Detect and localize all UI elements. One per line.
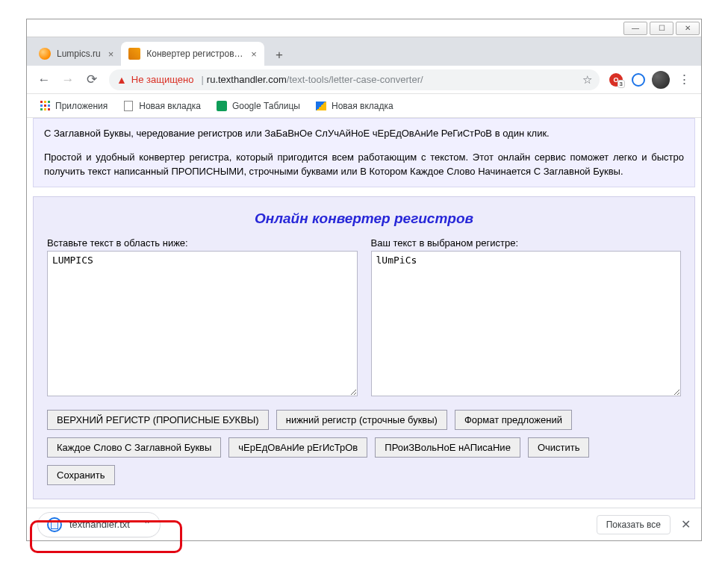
bookmark-apps[interactable]: Приложения: [33, 97, 113, 115]
bookmark-label: Google Таблицы: [232, 101, 300, 111]
file-icon: [122, 100, 134, 112]
download-filename: texthandler.txt: [69, 519, 130, 530]
url-host: ru.texthandler.com: [207, 74, 287, 85]
url-path: /text-tools/letter-case-converter/: [287, 74, 423, 85]
title-case-button[interactable]: Каждое Слово С Заглавной Буквы: [47, 437, 221, 458]
bookmark-star-icon[interactable]: ☆: [582, 73, 592, 87]
apps-icon: [39, 100, 51, 112]
chevron-up-icon[interactable]: ⌃: [143, 519, 151, 530]
bookmark-newtab-1[interactable]: Новая вкладка: [116, 97, 207, 115]
converter-title: Онлайн конвертер регистров: [47, 210, 681, 227]
favicon-lumpics: [39, 48, 51, 60]
window-minimize-button[interactable]: —: [623, 22, 647, 35]
sheets-icon: [216, 100, 228, 112]
not-secure-label: Не защищено: [131, 74, 194, 85]
show-all-downloads-button[interactable]: Показать все: [597, 515, 671, 534]
input-label: Вставьте текст в область ниже:: [47, 237, 358, 249]
close-icon[interactable]: ×: [108, 49, 114, 60]
window-close-button[interactable]: ✕: [676, 22, 700, 35]
tab-lumpics[interactable]: Lumpics.ru ×: [31, 42, 121, 66]
browser-window: — ☐ ✕ Lumpics.ru × Конвертер регистров -…: [26, 19, 702, 541]
new-tab-button[interactable]: +: [269, 45, 290, 66]
lowercase-button[interactable]: нижний регистр (строчные буквы): [276, 410, 447, 430]
bookmarks-bar: Приложения Новая вкладка Google Таблицы …: [27, 94, 701, 118]
tab-title: Lumpics.ru: [57, 49, 101, 59]
separator: |: [201, 74, 203, 85]
not-secure-icon: ▲: [116, 74, 127, 86]
address-bar: ← → ⟳ ▲ Не защищено | ru.texthandler.com…: [27, 66, 701, 94]
extension-badge: 3: [617, 80, 625, 88]
alternating-case-button[interactable]: чЕрЕдОвАнИе рЕгИсТрОв: [228, 437, 367, 458]
window-titlebar: — ☐ ✕: [27, 19, 701, 37]
sentence-case-button[interactable]: Формат предложений: [455, 410, 572, 430]
reload-button[interactable]: ⟳: [81, 69, 103, 91]
tab-strip: Lumpics.ru × Конвертер регистров - конве…: [27, 37, 701, 66]
favicon-texthandler: [128, 48, 140, 60]
intro-text-1: С Заглавной Буквы, чередование регистров…: [44, 126, 684, 141]
uppercase-button[interactable]: ВЕРХНИЙ РЕГИСТР (ПРОПИСНЫЕ БУКВЫ): [47, 410, 269, 430]
bookmark-label: Новая вкладка: [332, 101, 393, 111]
download-chip[interactable]: texthandler.txt ⌃: [37, 512, 161, 537]
close-shelf-button[interactable]: ✕: [681, 517, 691, 531]
bookmark-newtab-2[interactable]: Новая вкладка: [309, 97, 399, 115]
browser-menu-button[interactable]: ⋮: [673, 69, 695, 91]
profile-avatar[interactable]: [650, 69, 671, 90]
intro-panel: С Заглавной Буквы, чередование регистров…: [33, 118, 695, 187]
random-case-button[interactable]: ПРоиЗВольНоЕ нАПисаНие: [375, 437, 520, 458]
clear-button[interactable]: Очистить: [528, 437, 590, 458]
page-viewport: С Заглавной Буквы, чередование регистров…: [27, 118, 701, 540]
globe-extension-icon[interactable]: [628, 69, 649, 90]
tab-title: Конвертер регистров - конверт: [146, 49, 243, 59]
bookmark-google-sheets[interactable]: Google Таблицы: [210, 97, 306, 115]
converter-panel: Онлайн конвертер регистров Вставьте текс…: [33, 196, 695, 499]
download-shelf: texthandler.txt ⌃ Показать все ✕: [27, 508, 701, 540]
bookmark-label: Новая вкладка: [139, 101, 201, 111]
bookmark-label: Приложения: [55, 101, 108, 111]
back-button[interactable]: ←: [33, 69, 55, 91]
intro-text-2: Простой и удобный конвертер регистра, ко…: [44, 150, 684, 179]
output-textarea[interactable]: [371, 251, 682, 396]
image-icon: [315, 100, 327, 112]
output-label: Ваш текст в выбраном регистре:: [371, 237, 682, 249]
save-button[interactable]: Сохранить: [47, 465, 115, 485]
omnibox[interactable]: ▲ Не защищено | ru.texthandler.com/text-…: [109, 69, 600, 90]
input-textarea[interactable]: [47, 251, 358, 396]
tab-converter[interactable]: Конвертер регистров - конверт ×: [121, 42, 264, 66]
window-maximize-button[interactable]: ☐: [650, 22, 673, 35]
forward-button[interactable]: →: [57, 69, 79, 91]
file-download-icon: [47, 517, 62, 532]
close-icon[interactable]: ×: [251, 49, 257, 60]
adblock-extension-icon[interactable]: O3: [606, 69, 626, 90]
